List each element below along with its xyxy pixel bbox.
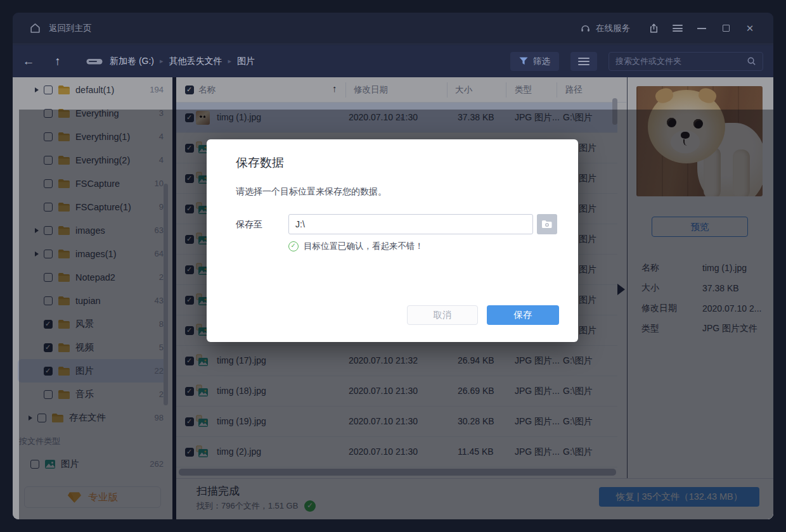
status-message: 目标位置已确认，看起来不错！ bbox=[304, 241, 423, 252]
close-icon: ✕ bbox=[746, 23, 754, 34]
online-service-icon bbox=[580, 23, 591, 34]
hamburger-icon bbox=[578, 58, 590, 65]
browse-folder-button[interactable] bbox=[537, 214, 557, 234]
search-box bbox=[609, 52, 763, 71]
save-to-label: 保存至 bbox=[236, 219, 262, 231]
cancel-button[interactable]: 取消 bbox=[407, 305, 478, 325]
close-button[interactable]: ✕ bbox=[738, 18, 762, 39]
title-bar: 返回到主页 在线服务 bbox=[13, 13, 773, 44]
save-button[interactable]: 保存 bbox=[487, 305, 559, 325]
app-menu-button[interactable] bbox=[666, 18, 690, 39]
breadcrumb: 新加卷 (G:)▸其他丢失文件▸图片 bbox=[86, 56, 255, 67]
dialog-message: 请选择一个目标位置来保存您的数据。 bbox=[236, 186, 387, 198]
share-button[interactable] bbox=[641, 18, 666, 39]
save-data-dialog: 保存数据 请选择一个目标位置来保存您的数据。 保存至 目标位置已确认，看起来不错… bbox=[207, 139, 578, 342]
home-button[interactable]: 返回到主页 bbox=[13, 22, 92, 34]
minimize-icon bbox=[697, 28, 706, 29]
back-button[interactable]: ← bbox=[19, 54, 38, 68]
navigation-bar: ← → ↑ 新加卷 (G:)▸其他丢失文件▸图片 筛选 bbox=[13, 45, 773, 77]
search-icon bbox=[747, 56, 756, 66]
breadcrumb-item[interactable]: 新加卷 (G:) bbox=[110, 56, 154, 67]
breadcrumb-separator-icon: ▸ bbox=[160, 57, 164, 65]
drive-icon bbox=[86, 57, 103, 66]
view-menu-button[interactable] bbox=[570, 52, 597, 71]
maximize-button[interactable] bbox=[714, 18, 738, 39]
application: 返回到主页 在线服务 bbox=[0, 0, 786, 532]
hamburger-icon bbox=[673, 25, 683, 32]
app-window: 返回到主页 在线服务 bbox=[13, 13, 773, 519]
search-input[interactable] bbox=[615, 56, 747, 66]
maximize-icon bbox=[723, 25, 730, 32]
dialog-title: 保存数据 bbox=[236, 155, 284, 171]
up-button[interactable]: ↑ bbox=[48, 54, 67, 68]
breadcrumb-item[interactable]: 其他丢失文件 bbox=[169, 56, 222, 67]
filter-funnel-icon bbox=[519, 57, 528, 65]
home-label: 返回到主页 bbox=[49, 23, 92, 34]
home-icon bbox=[29, 22, 41, 34]
browse-folder-icon bbox=[541, 220, 553, 229]
breadcrumb-item[interactable]: 图片 bbox=[237, 56, 255, 67]
online-service-label: 在线服务 bbox=[596, 23, 630, 34]
breadcrumb-separator-icon: ▸ bbox=[228, 57, 232, 65]
destination-status: 目标位置已确认，看起来不错！ bbox=[288, 241, 423, 252]
minimize-button[interactable] bbox=[690, 18, 714, 39]
save-path-input[interactable] bbox=[288, 214, 533, 234]
status-check-icon bbox=[288, 241, 299, 251]
filter-label: 筛选 bbox=[533, 56, 550, 67]
online-service-button[interactable]: 在线服务 bbox=[580, 23, 630, 34]
filter-button[interactable]: 筛选 bbox=[510, 52, 559, 71]
